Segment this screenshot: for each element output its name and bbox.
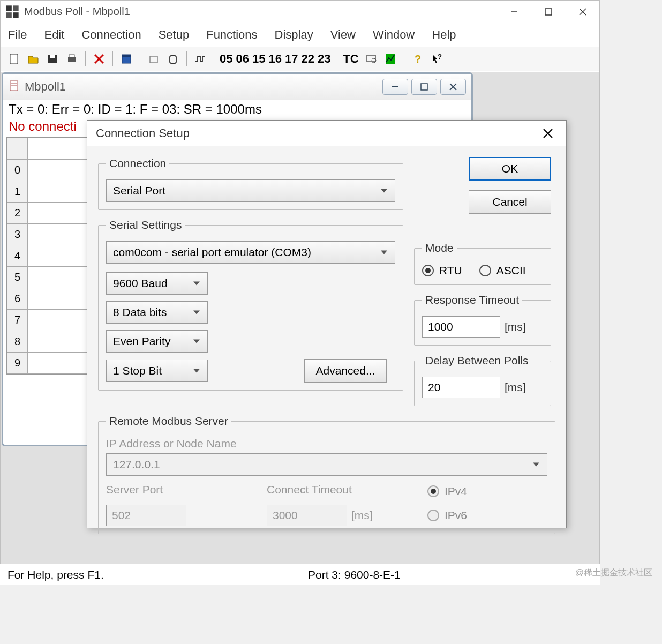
fn-17[interactable]: 17 xyxy=(284,52,299,66)
menu-display[interactable]: Display xyxy=(274,26,314,44)
help-icon[interactable]: ? xyxy=(409,50,427,68)
save-icon[interactable] xyxy=(43,50,62,68)
menu-setup[interactable]: Setup xyxy=(157,26,191,44)
svg-text:?: ? xyxy=(438,53,442,61)
fn-15[interactable]: 15 xyxy=(251,52,266,66)
connection-fieldset: Connection Serial Port xyxy=(98,157,403,210)
menu-bar: File Edit Connection Setup Functions Dis… xyxy=(1,23,599,47)
response-timeout-legend: Response Timeout xyxy=(422,294,522,306)
row-header[interactable]: 7 xyxy=(7,310,28,331)
maximize-button[interactable] xyxy=(536,3,561,20)
whats-this-icon[interactable]: ? xyxy=(428,50,446,68)
svg-rect-3 xyxy=(13,12,18,18)
row-header[interactable]: 4 xyxy=(7,245,28,267)
svg-rect-11 xyxy=(68,57,76,62)
tc-button[interactable]: TC xyxy=(341,52,360,66)
toolbar: 05 06 15 16 17 22 23 TC ? ? xyxy=(1,47,599,71)
fn-16[interactable]: 16 xyxy=(267,52,282,66)
connect-timeout-input xyxy=(267,505,347,526)
svg-rect-18 xyxy=(170,56,176,63)
radio-icon xyxy=(479,265,491,276)
menu-functions[interactable]: Functions xyxy=(205,26,258,44)
advanced-label: Advanced... xyxy=(316,364,375,377)
connection-legend: Connection xyxy=(106,157,169,170)
radio-icon xyxy=(427,510,439,521)
connection-type-dropdown[interactable]: Serial Port xyxy=(106,179,395,202)
fn-06[interactable]: 06 xyxy=(235,52,250,66)
mode-rtu-label: RTU xyxy=(439,264,462,277)
delay-fieldset: Delay Between Polls [ms] xyxy=(414,354,551,406)
menu-window[interactable]: Window xyxy=(372,26,416,44)
status-port: Port 3: 9600-8-E-1 xyxy=(300,564,600,585)
child-close-button[interactable] xyxy=(440,79,466,95)
fn-22[interactable]: 22 xyxy=(300,52,315,66)
row-header[interactable]: 0 xyxy=(7,160,28,181)
svg-rect-17 xyxy=(150,56,157,63)
menu-help[interactable]: Help xyxy=(431,26,457,44)
row-header[interactable]: 1 xyxy=(7,181,28,203)
row-header[interactable]: 6 xyxy=(7,288,28,310)
mode-rtu-radio[interactable]: RTU xyxy=(422,264,462,277)
parity-dropdown[interactable]: Even Parity xyxy=(106,330,208,353)
monitor-icon[interactable] xyxy=(362,50,380,68)
fn-23[interactable]: 23 xyxy=(317,52,332,66)
disconnect-icon[interactable] xyxy=(90,50,108,68)
status-bar: For Help, press F1. Port 3: 9600-8-E-1 xyxy=(0,564,600,585)
menu-view[interactable]: View xyxy=(329,26,357,44)
dialog-title: Connection Setup xyxy=(96,126,538,140)
watermark: @稀土掘金技术社区 xyxy=(575,567,652,579)
status-help: For Help, press F1. xyxy=(0,564,300,585)
dialog-close-button[interactable] xyxy=(538,124,558,143)
pulse-icon[interactable] xyxy=(191,50,209,68)
ok-button[interactable]: OK xyxy=(469,157,551,181)
connect-timeout-unit: [ms] xyxy=(351,509,373,522)
window-icon[interactable] xyxy=(117,50,136,68)
row-header[interactable]: 5 xyxy=(7,267,28,288)
connect-timeout-label: Connect Timeout xyxy=(267,483,427,496)
dialog-titlebar: Connection Setup xyxy=(87,121,566,146)
menu-edit[interactable]: Edit xyxy=(43,26,65,44)
close-button[interactable] xyxy=(570,3,595,20)
advanced-button[interactable]: Advanced... xyxy=(304,359,387,383)
device1-icon[interactable] xyxy=(145,50,163,68)
baud-value: 9600 Baud xyxy=(113,277,168,290)
delay-unit: [ms] xyxy=(505,381,526,394)
menu-connection[interactable]: Connection xyxy=(80,26,142,44)
mode-fieldset: Mode RTU ASCII xyxy=(414,242,551,285)
app-icon xyxy=(5,4,20,19)
child-minimize-button[interactable] xyxy=(382,79,408,95)
mode-ascii-radio[interactable]: ASCII xyxy=(479,264,526,277)
ipv6-label: IPv6 xyxy=(445,509,467,522)
delay-input[interactable] xyxy=(422,377,500,398)
server-port-input xyxy=(106,505,186,526)
fn-05[interactable]: 05 xyxy=(219,52,234,66)
row-header[interactable]: 9 xyxy=(7,353,28,374)
ipv6-radio: IPv6 xyxy=(427,505,535,526)
row-header[interactable]: 3 xyxy=(7,224,28,245)
stopbits-value: 1 Stop Bit xyxy=(113,364,162,377)
chart-icon[interactable] xyxy=(381,50,400,68)
child-maximize-button[interactable] xyxy=(411,79,437,95)
menu-file[interactable]: File xyxy=(7,26,28,44)
parity-value: Even Parity xyxy=(113,335,170,348)
stopbits-dropdown[interactable]: 1 Stop Bit xyxy=(106,360,208,382)
open-icon[interactable] xyxy=(24,50,42,68)
serial-settings-fieldset: Serial Settings com0com - serial port em… xyxy=(98,219,403,391)
device2-icon[interactable] xyxy=(164,50,182,68)
response-timeout-input[interactable] xyxy=(422,316,500,338)
cancel-button[interactable]: Cancel xyxy=(469,190,551,214)
svg-rect-1 xyxy=(13,5,18,11)
serial-port-dropdown[interactable]: com0com - serial port emulator (COM3) xyxy=(106,241,395,264)
mode-ascii-label: ASCII xyxy=(496,264,526,277)
ip-value: 127.0.0.1 xyxy=(113,458,160,471)
svg-rect-2 xyxy=(6,12,11,18)
row-header[interactable]: 8 xyxy=(7,331,28,353)
serial-settings-legend: Serial Settings xyxy=(106,219,185,231)
baud-dropdown[interactable]: 9600 Baud xyxy=(106,272,208,295)
row-header[interactable]: 2 xyxy=(7,203,28,224)
databits-dropdown[interactable]: 8 Data bits xyxy=(106,301,208,324)
svg-rect-28 xyxy=(421,84,427,90)
new-icon[interactable] xyxy=(5,50,23,68)
print-icon[interactable] xyxy=(63,50,81,68)
minimize-button[interactable] xyxy=(502,3,526,20)
